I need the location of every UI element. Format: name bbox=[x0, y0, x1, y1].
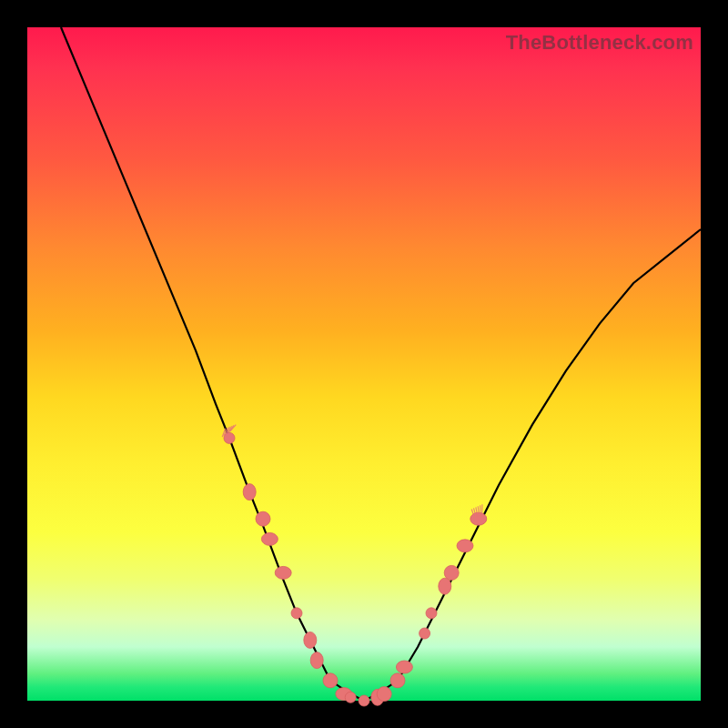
data-marker bbox=[457, 540, 473, 552]
data-marker bbox=[439, 578, 451, 594]
data-marker bbox=[310, 652, 323, 669]
data-marker bbox=[396, 661, 412, 673]
chart-svg bbox=[27, 27, 701, 701]
data-marker bbox=[261, 532, 278, 545]
chart-frame: TheBottleneck.com bbox=[0, 0, 728, 728]
data-marker bbox=[377, 687, 391, 702]
data-marker bbox=[304, 632, 317, 648]
data-marker bbox=[359, 695, 369, 706]
data-marker bbox=[390, 673, 405, 688]
data-marker bbox=[275, 566, 291, 579]
data-marker bbox=[426, 608, 437, 619]
data-marker bbox=[291, 608, 302, 619]
marker-group bbox=[224, 432, 487, 706]
data-marker bbox=[345, 692, 356, 703]
data-marker bbox=[444, 565, 459, 580]
curve-line bbox=[61, 27, 701, 701]
plot-area: TheBottleneck.com bbox=[27, 27, 701, 701]
data-marker bbox=[256, 511, 270, 526]
wisp-group bbox=[222, 425, 482, 518]
data-marker bbox=[243, 484, 256, 500]
data-marker bbox=[323, 673, 338, 688]
data-marker bbox=[420, 628, 430, 639]
